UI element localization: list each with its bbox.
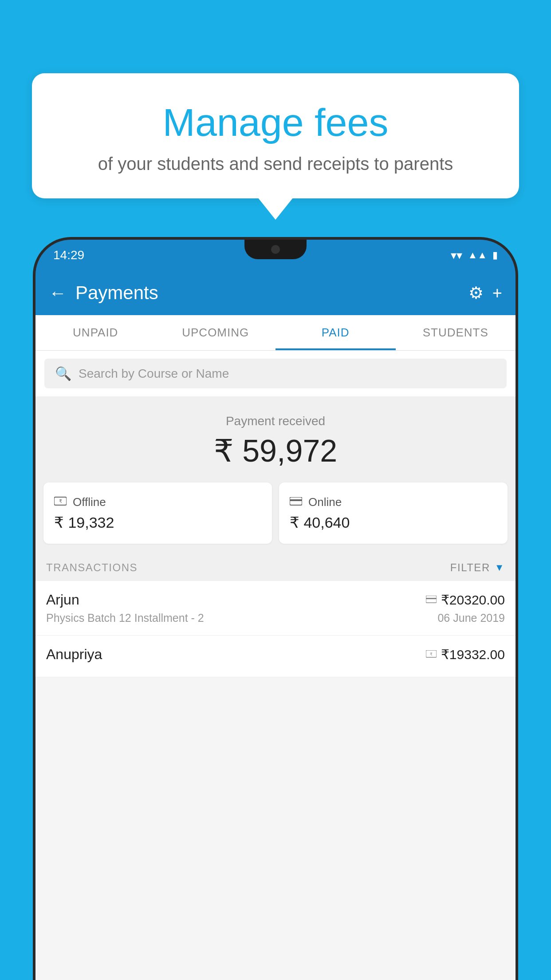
app-bar: ← Payments ⚙ + bbox=[35, 271, 516, 315]
tabs-bar: UNPAID UPCOMING PAID STUDENTS bbox=[35, 315, 516, 351]
signal-icon: ▲▲ bbox=[468, 249, 487, 261]
phone-frame: 14:29 ▾▾ ▲▲ ▮ ← Payments ⚙ + UNPAID UPCO… bbox=[35, 240, 516, 980]
payment-received-label: Payment received bbox=[44, 414, 507, 428]
payment-cards-row: ₹ Offline ₹ 19,332 Online bbox=[35, 482, 516, 553]
phone-screen: 🔍 Search by Course or Name Payment recei… bbox=[35, 351, 516, 980]
transaction-amount-wrapper: ₹ ₹19332.00 bbox=[426, 647, 505, 662]
search-input[interactable]: Search by Course or Name bbox=[79, 367, 229, 381]
svg-text:₹: ₹ bbox=[430, 652, 433, 656]
offline-icon: ₹ bbox=[54, 495, 67, 509]
bubble-subtitle: of your students and send receipts to pa… bbox=[54, 154, 497, 174]
tab-upcoming[interactable]: UPCOMING bbox=[156, 315, 276, 350]
tab-students[interactable]: STUDENTS bbox=[396, 315, 516, 350]
svg-text:₹: ₹ bbox=[59, 498, 62, 504]
transaction-amount-wrapper: ₹20320.00 bbox=[426, 592, 505, 608]
online-card: Online ₹ 40,640 bbox=[279, 482, 508, 544]
search-icon: 🔍 bbox=[55, 366, 71, 381]
payment-received-amount: ₹ 59,972 bbox=[44, 433, 507, 469]
camera bbox=[271, 245, 280, 254]
offline-card-header: ₹ Offline bbox=[54, 495, 261, 509]
transaction-mode-icon-card bbox=[426, 594, 437, 606]
search-container: 🔍 Search by Course or Name bbox=[35, 351, 516, 396]
transaction-row[interactable]: Arjun ₹20320.00 Physics Batch 12 Install… bbox=[35, 581, 516, 636]
back-button[interactable]: ← bbox=[49, 283, 67, 303]
transaction-name: Anupriya bbox=[46, 646, 102, 663]
add-button[interactable]: + bbox=[492, 284, 502, 303]
search-bar[interactable]: 🔍 Search by Course or Name bbox=[44, 359, 507, 388]
phone-notch bbox=[244, 240, 307, 259]
online-label: Online bbox=[308, 495, 342, 509]
wifi-icon: ▾▾ bbox=[451, 249, 462, 262]
transactions-header: TRANSACTIONS FILTER ▼ bbox=[35, 553, 516, 581]
filter-icon: ▼ bbox=[495, 562, 505, 573]
offline-card: ₹ Offline ₹ 19,332 bbox=[43, 482, 272, 544]
tab-unpaid[interactable]: UNPAID bbox=[35, 315, 156, 350]
transaction-description: Physics Batch 12 Installment - 2 bbox=[46, 612, 204, 624]
transaction-amount: ₹19332.00 bbox=[441, 647, 505, 662]
filter-button[interactable]: FILTER ▼ bbox=[450, 561, 505, 574]
status-time: 14:29 bbox=[53, 248, 84, 262]
filter-label: FILTER bbox=[450, 561, 490, 574]
battery-icon: ▮ bbox=[492, 249, 498, 261]
gear-button[interactable]: ⚙ bbox=[468, 283, 484, 303]
transaction-date: 06 June 2019 bbox=[437, 612, 505, 624]
online-amount: ₹ 40,640 bbox=[290, 514, 497, 531]
transaction-row[interactable]: Anupriya ₹ ₹19332.00 bbox=[35, 636, 516, 677]
transaction-row-top: Arjun ₹20320.00 bbox=[46, 592, 505, 608]
online-card-header: Online bbox=[290, 495, 497, 509]
status-icons: ▾▾ ▲▲ ▮ bbox=[451, 249, 498, 262]
svg-rect-5 bbox=[426, 598, 437, 599]
offline-amount: ₹ 19,332 bbox=[54, 514, 261, 531]
payment-received-section: Payment received ₹ 59,972 bbox=[35, 396, 516, 482]
bubble-title: Manage fees bbox=[54, 100, 497, 145]
transaction-row-top: Anupriya ₹ ₹19332.00 bbox=[46, 646, 505, 663]
transaction-row-bottom: Physics Batch 12 Installment - 2 06 June… bbox=[46, 612, 505, 624]
speech-bubble: Manage fees of your students and send re… bbox=[32, 73, 519, 198]
transaction-amount: ₹20320.00 bbox=[441, 592, 505, 608]
transactions-label: TRANSACTIONS bbox=[46, 561, 138, 574]
transaction-name: Arjun bbox=[46, 592, 79, 608]
transaction-list: Arjun ₹20320.00 Physics Batch 12 Install… bbox=[35, 581, 516, 677]
tab-paid[interactable]: PAID bbox=[276, 315, 396, 350]
offline-label: Offline bbox=[73, 495, 106, 509]
app-title: Payments bbox=[75, 282, 460, 304]
transaction-mode-icon-rupee: ₹ bbox=[426, 648, 437, 661]
online-icon bbox=[290, 495, 302, 509]
svg-rect-3 bbox=[290, 499, 302, 501]
